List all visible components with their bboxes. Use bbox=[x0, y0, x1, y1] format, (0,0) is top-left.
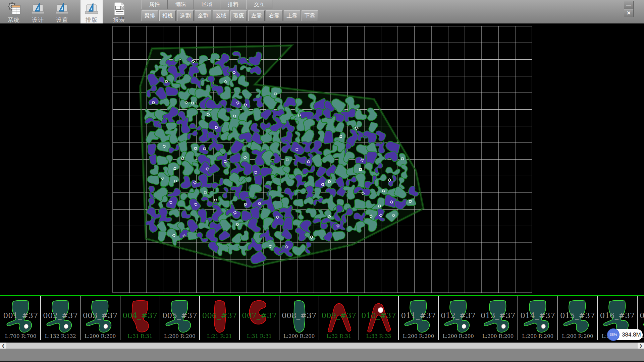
piece-lr-count: L:200 R:200 bbox=[399, 333, 438, 339]
piece-name: 008_#37 bbox=[279, 311, 319, 320]
memory-used-value: 384.8M bbox=[622, 329, 641, 340]
piece-thumbnail-005_#37[interactable]: 005_#37L:200 R:200 bbox=[160, 296, 200, 340]
nesting-canvas-svg[interactable] bbox=[0, 23, 644, 295]
tool-button-8[interactable]: 右靠 bbox=[266, 10, 282, 21]
menu-tab-5[interactable]: 交互 bbox=[246, 0, 272, 9]
piece-lr-count: L:132 R:132 bbox=[41, 333, 80, 339]
piece-lr-count: L:31 R:31 bbox=[120, 333, 160, 339]
piece-name: 002_#37 bbox=[41, 311, 80, 320]
toolbar-item-label: 报表 bbox=[108, 16, 130, 24]
menu-tab-2[interactable]: 编辑 bbox=[168, 0, 194, 9]
piece-name: 010_#37 bbox=[359, 311, 398, 320]
memory-percent-badge: 38% bbox=[607, 328, 620, 341]
settings-icon bbox=[55, 1, 69, 16]
piece-lr-count: L:200 R:200 bbox=[478, 333, 518, 339]
piece-lr-count: L:21 R:21 bbox=[200, 333, 239, 339]
piece-lr-count: L:31 R:31 bbox=[240, 333, 279, 339]
piece-name: 013_#37 bbox=[478, 311, 518, 320]
bottom-edge bbox=[0, 361, 644, 362]
piece-thumbnail-001_#37[interactable]: 001_#37L:700 R:700 bbox=[1, 296, 41, 340]
toolbar-item-layout[interactable]: 排版 bbox=[80, 0, 103, 23]
piece-name: 017_#37 bbox=[638, 311, 644, 320]
piece-thumbnail-list: 001_#37L:700 R:700002_#37L:132 R:132003_… bbox=[0, 296, 644, 340]
piece-thumbnail-004_#37[interactable]: 004_#37L:31 R:31 bbox=[120, 296, 160, 340]
toolbar-item-label: 设计 bbox=[27, 16, 49, 24]
window-controls: — ✕ bbox=[623, 1, 644, 9]
toolbar-item-settings[interactable]: 设置 bbox=[51, 0, 73, 23]
tool-button-9[interactable]: 上靠 bbox=[284, 10, 300, 21]
layout-icon bbox=[84, 1, 99, 16]
nesting-canvas[interactable] bbox=[0, 23, 644, 295]
piece-thumbnail-009_#37[interactable]: 009_#37L:32 R:31 bbox=[319, 296, 359, 340]
piece-lr-count: L:200 R:200 bbox=[80, 333, 120, 339]
tool-button-1[interactable]: 聚排 bbox=[142, 10, 158, 21]
piece-name: 009_#37 bbox=[319, 311, 359, 320]
scroll-left-icon[interactable]: ❮ bbox=[0, 343, 6, 349]
piece-thumbnail-002_#37[interactable]: 002_#37L:132 R:132 bbox=[41, 296, 81, 340]
piece-name: 007_#37 bbox=[240, 311, 279, 320]
toolbar-item-label: 排版 bbox=[80, 16, 103, 24]
tool-button-2[interactable]: 相机 bbox=[159, 10, 176, 21]
piece-lr-count: L:200 R:200 bbox=[279, 333, 319, 339]
menu-tab-3[interactable]: 区域 bbox=[194, 0, 220, 9]
piece-lr-count: L:200 R:200 bbox=[160, 333, 199, 339]
piece-thumbnail-015_#37[interactable]: 015_#37L:200 R:200 bbox=[558, 296, 598, 340]
close-button[interactable]: ✕ bbox=[624, 9, 634, 17]
piece-thumbnail-008_#37[interactable]: 008_#37L:200 R:200 bbox=[279, 296, 319, 340]
piece-name: 005_#37 bbox=[160, 311, 199, 320]
report-icon bbox=[112, 1, 126, 16]
main-toolbar: 系统 设计 设置 bbox=[0, 0, 644, 24]
tool-button-6[interactable]: 瑕疵 bbox=[230, 10, 247, 21]
piece-thumbnail-014_#37[interactable]: 014_#37L:200 R:200 bbox=[518, 296, 558, 340]
toolbar-item-system[interactable]: 系统 bbox=[3, 0, 25, 23]
piece-lr-count: L:33 R:33 bbox=[359, 333, 398, 339]
tool-button-10[interactable]: 下靠 bbox=[302, 10, 318, 21]
piece-thumbnail-013_#37[interactable]: 013_#37L:200 R:200 bbox=[478, 296, 518, 340]
piece-thumbnail-011_#37[interactable]: 011_#37L:200 R:200 bbox=[399, 296, 439, 340]
piece-thumbnail-010_#37[interactable]: 010_#37L:33 R:33 bbox=[359, 296, 399, 340]
piece-name: 001_#37 bbox=[1, 311, 40, 320]
piece-thumbnail-012_#37[interactable]: 012_#37L:200 R:200 bbox=[439, 296, 479, 340]
system-icon bbox=[6, 1, 21, 16]
menu-tab-row: 属性编辑区域排料交互 bbox=[142, 0, 272, 9]
menu-tab-1[interactable]: 属性 bbox=[142, 0, 168, 9]
scroll-right-icon[interactable]: ❯ bbox=[638, 343, 644, 349]
tool-button-row: 聚排相机选割全割区域瑕疵左靠右靠上靠下靠 bbox=[142, 10, 319, 21]
piece-thumbnail-006_#37[interactable]: 006_#37L:21 R:21 bbox=[200, 296, 240, 340]
piece-thumbnail-007_#37[interactable]: 007_#37L:31 R:31 bbox=[240, 296, 280, 340]
app-window: 系统 设计 设置 bbox=[0, 0, 644, 362]
piece-name: 015_#37 bbox=[558, 311, 597, 320]
tool-button-5[interactable]: 区域 bbox=[213, 10, 229, 21]
toolbar-item-label: 系统 bbox=[3, 16, 25, 24]
design-icon bbox=[31, 1, 45, 16]
piece-name: 006_#37 bbox=[200, 311, 239, 320]
memory-usage-pill: 38% 384.8M bbox=[608, 329, 643, 340]
piece-lr-count: L:200 R:200 bbox=[558, 333, 597, 339]
toolbar-item-label: 设置 bbox=[51, 16, 73, 24]
piece-lr-count: L:700 R:700 bbox=[1, 333, 40, 339]
tool-button-3[interactable]: 选割 bbox=[177, 10, 194, 21]
piece-name: 016_#37 bbox=[598, 311, 637, 320]
piece-name: 014_#37 bbox=[518, 311, 557, 320]
toolbar-item-design[interactable]: 设计 bbox=[27, 0, 49, 23]
piece-name: 012_#37 bbox=[439, 311, 478, 320]
pieces-strip: 001_#37L:700 R:700002_#37L:132 R:132003_… bbox=[0, 295, 644, 343]
tool-button-7[interactable]: 左靠 bbox=[248, 10, 265, 21]
piece-lr-count: L:32 R:31 bbox=[319, 333, 359, 339]
piece-name: 003_#37 bbox=[80, 311, 120, 320]
piece-name: 011_#37 bbox=[399, 311, 438, 320]
tool-button-4[interactable]: 全割 bbox=[195, 10, 211, 21]
menu-tab-4[interactable]: 排料 bbox=[220, 0, 246, 9]
horizontal-scrollbar[interactable]: ❮ ❯ bbox=[0, 343, 644, 349]
status-bar bbox=[0, 349, 644, 361]
minimize-button[interactable]: — bbox=[624, 1, 634, 9]
piece-lr-count: L:200 R:200 bbox=[518, 333, 557, 339]
piece-thumbnail-003_#37[interactable]: 003_#37L:200 R:200 bbox=[80, 296, 120, 340]
piece-lr-count: L:200 R:200 bbox=[439, 333, 478, 339]
piece-name: 004_#37 bbox=[120, 311, 160, 320]
toolbar-item-report[interactable]: 报表 bbox=[108, 0, 130, 23]
